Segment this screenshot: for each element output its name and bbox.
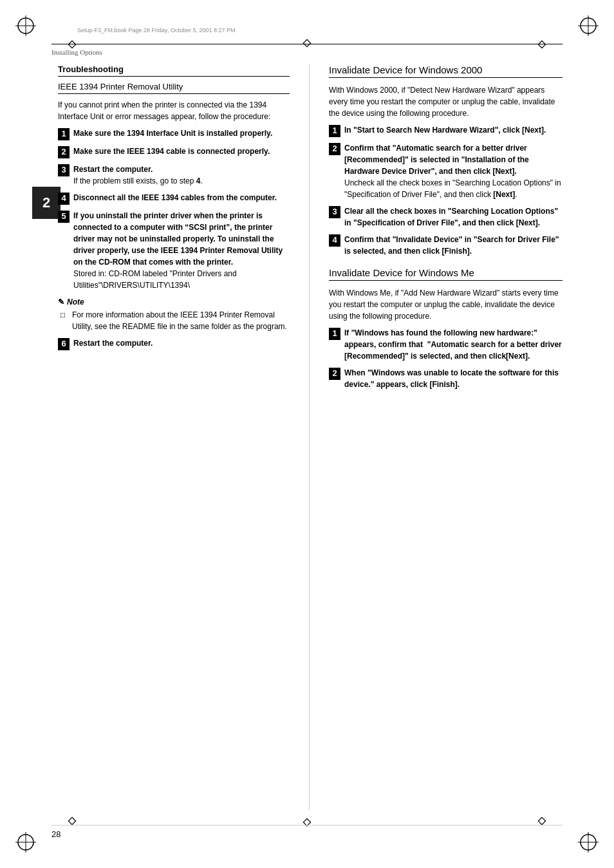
step-6-content: Restart the computer.: [73, 337, 290, 349]
step-2-num: 2: [58, 146, 70, 158]
win2000-section: Invalidate Device for Windows 2000 With …: [329, 64, 563, 257]
corner-mark-bl: [13, 829, 39, 855]
step-5-content: If you uninstall the printer driver when…: [73, 210, 290, 291]
win2000-step-1-content: In "Start to Search New Hardware Wizard"…: [344, 124, 563, 136]
step-3: 3 Restart the computer. If the problem s…: [58, 164, 290, 187]
win2000-intro: With Windows 2000, if "Detect New Hardwa…: [329, 84, 563, 119]
winme-step-2-content: When "Windows was unable to locate the s…: [344, 367, 563, 390]
winme-step-1: 1 If "Windows has found the following ne…: [329, 327, 563, 362]
step-4-num: 4: [58, 193, 70, 205]
win2000-step-2-content: Confirm that "Automatic search for a bet…: [344, 142, 563, 200]
winme-section: Invalidate Device for Windows Me With Wi…: [329, 267, 563, 390]
left-column: Troubleshooting IEEE 1394 Printer Remova…: [58, 64, 290, 810]
svg-rect-15: [538, 817, 545, 824]
right-column: Invalidate Device for Windows 2000 With …: [329, 64, 563, 810]
corner-mark-tl: [13, 13, 39, 39]
win2000-step-4-num: 4: [329, 234, 340, 247]
column-divider: [309, 64, 310, 810]
step-2-content: Make sure the IEEE 1394 cable is connect…: [73, 146, 290, 157]
corner-mark-br: [575, 829, 601, 855]
step-1: 1 Make sure the 1394 Interface Unit is i…: [58, 127, 290, 140]
page: Setup-F3_FM.book Page 28 Friday, October…: [0, 0, 614, 868]
winme-intro: With Windows Me, if "Add New Hardware Wi…: [329, 287, 563, 322]
win2000-step-3-content: Clear all the check boxes in "Searching …: [344, 205, 563, 229]
step-6: 6 Restart the computer.: [58, 337, 290, 350]
win2000-step-1-num: 1: [329, 125, 340, 137]
note-section: ✎ Note □ For more information about the …: [58, 297, 290, 332]
win2000-step-3: 3 Clear all the check boxes in "Searchin…: [329, 205, 563, 229]
troubleshooting-title: Troubleshooting: [58, 64, 290, 77]
header-bar: Installing Options: [51, 44, 563, 57]
win2000-title: Invalidate Device for Windows 2000: [329, 64, 563, 78]
step-2: 2 Make sure the IEEE 1394 cable is conne…: [58, 146, 290, 158]
intro-text: If you cannot print when the printer is …: [58, 99, 290, 122]
step-5-num: 5: [58, 211, 70, 223]
step-1-num: 1: [58, 128, 70, 140]
winme-title: Invalidate Device for Windows Me: [329, 267, 563, 281]
win2000-step-4-content: Confirm that "Invalidate Device" in "Sea…: [344, 234, 563, 257]
note-item-1: □ For more information about the IEEE 13…: [60, 309, 290, 332]
win2000-step-3-num: 3: [329, 206, 340, 218]
step-4-content: Disconnect all the IEEE 1394 cables from…: [73, 192, 290, 203]
win2000-step-1: 1 In "Start to Search New Hardware Wizar…: [329, 124, 563, 137]
footer: 28: [51, 825, 563, 839]
win2000-step-2-num: 2: [329, 143, 340, 155]
step-3-content: Restart the computer. If the problem sti…: [73, 164, 290, 187]
page-number: 28: [51, 829, 60, 839]
pencil-icon: ✎: [58, 297, 64, 307]
ieee-subsection-title: IEEE 1394 Printer Removal Utility: [58, 82, 290, 94]
corner-mark-tr: [575, 13, 601, 39]
winme-step-1-content: If "Windows has found the following new …: [344, 327, 563, 362]
winme-step-1-num: 1: [329, 328, 340, 340]
header-text: Installing Options: [51, 48, 102, 56]
file-info: Setup-F3_FM.book Page 28 Friday, October…: [77, 27, 235, 33]
winme-step-2: 2 When "Windows was unable to locate the…: [329, 367, 563, 390]
win2000-step-2: 2 Confirm that "Automatic search for a b…: [329, 142, 563, 200]
main-content: Troubleshooting IEEE 1394 Printer Remova…: [58, 64, 563, 810]
step-1-content: Make sure the 1394 Interface Unit is ins…: [73, 127, 290, 139]
chapter-tab: 2: [32, 187, 60, 219]
winme-step-2-num: 2: [329, 368, 340, 380]
step-3-num: 3: [58, 164, 70, 176]
step-6-num: 6: [58, 338, 70, 350]
note-title: ✎ Note: [58, 297, 290, 307]
svg-rect-14: [68, 817, 75, 824]
step-4: 4 Disconnect all the IEEE 1394 cables fr…: [58, 192, 290, 205]
win2000-step-4: 4 Confirm that "Invalidate Device" in "S…: [329, 234, 563, 257]
note-bullet: □: [60, 309, 68, 332]
step-5: 5 If you uninstall the printer driver wh…: [58, 210, 290, 291]
